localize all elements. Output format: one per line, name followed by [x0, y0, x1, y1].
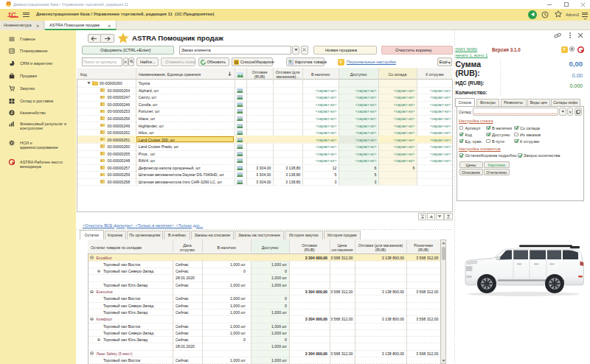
svg-text:19: 19 [10, 49, 14, 53]
svg-text:₽: ₽ [10, 111, 13, 115]
